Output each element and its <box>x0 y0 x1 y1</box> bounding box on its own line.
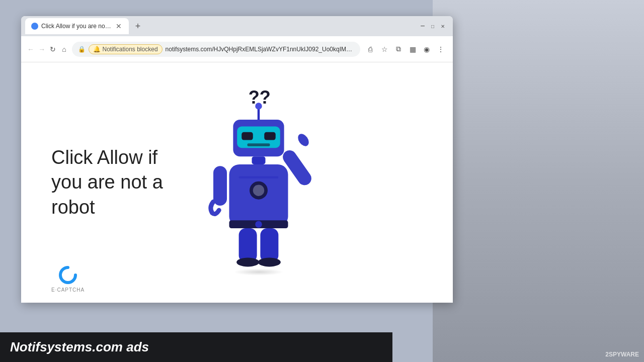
address-bar: ← → ↻ ⌂ 🔒 🔔 Notifications blocked notifs… <box>21 36 453 62</box>
ecaptcha-logo: E·CAPTCHA <box>51 265 85 293</box>
svg-rect-4 <box>247 143 270 146</box>
notifications-blocked-text: Notifications blocked <box>103 46 158 53</box>
menu-btn[interactable]: ⋮ <box>435 43 447 55</box>
bookmark-btn[interactable]: ☆ <box>378 43 390 55</box>
extensions-btn[interactable]: ⧉ <box>392 43 405 55</box>
main-message: Click Allow if you are not a robot <box>51 145 163 220</box>
maximize-btn[interactable]: □ <box>430 23 436 29</box>
title-bar: Click Allow if you are not a robot ✕ + −… <box>21 16 453 36</box>
new-tab-btn[interactable]: + <box>131 19 145 33</box>
svg-point-18 <box>236 258 259 267</box>
bottom-banner-text: Notifsystems.com ads <box>10 339 149 354</box>
question-marks: ?? <box>249 87 271 108</box>
robot-container: ?? <box>183 87 334 278</box>
browser-tab[interactable]: Click Allow if you are not a robot ✕ <box>25 18 129 34</box>
svg-rect-2 <box>242 132 253 140</box>
address-actions: ⎙ ☆ ⧉ ▦ ◉ ⋮ <box>364 43 447 55</box>
svg-rect-17 <box>238 228 257 262</box>
ecaptcha-icon <box>58 265 78 285</box>
tab-close-btn[interactable]: ✕ <box>115 22 123 30</box>
page-content: Click Allow if you are not a robot ?? <box>21 62 453 303</box>
svg-rect-3 <box>264 132 276 140</box>
svg-point-10 <box>253 185 265 196</box>
main-text-line2: you are not a <box>51 170 163 195</box>
svg-rect-7 <box>252 156 265 164</box>
bottom-banner: Notifsystems.com ads <box>0 332 392 362</box>
close-btn[interactable]: ✕ <box>440 23 446 29</box>
ecaptcha-label: E·CAPTCHA <box>51 287 85 293</box>
main-text-line3: robot <box>51 195 163 220</box>
share-btn[interactable]: ⎙ <box>364 43 376 55</box>
robot-illustration <box>203 97 314 278</box>
svg-rect-14 <box>213 166 227 206</box>
main-text-line1: Click Allow if <box>51 145 163 170</box>
bell-icon: 🔔 <box>93 46 101 53</box>
forward-btn[interactable]: → <box>38 43 45 55</box>
svg-point-13 <box>255 221 262 228</box>
url-text: notifsystems.com/HJvQHpjRxEMLSjaWZvYF1nn… <box>166 46 354 53</box>
tab-title: Click Allow if you are not a robot <box>41 23 112 30</box>
svg-rect-11 <box>238 176 278 179</box>
back-btn[interactable]: ← <box>27 43 34 55</box>
refresh-btn[interactable]: ↻ <box>49 43 56 55</box>
home-btn[interactable]: ⌂ <box>60 43 67 55</box>
notifications-blocked-badge: 🔔 Notifications blocked <box>89 44 163 54</box>
profile-btn[interactable]: ◉ <box>421 43 433 55</box>
address-field[interactable]: 🔒 🔔 Notifications blocked notifsystems.c… <box>72 42 361 57</box>
page-inner: Click Allow if you are not a robot ?? <box>21 62 453 303</box>
minimize-btn[interactable]: − <box>420 23 426 29</box>
browser-window: Click Allow if you are not a robot ✕ + −… <box>21 16 453 303</box>
lock-icon: 🔒 <box>78 46 86 53</box>
background-right <box>433 0 644 362</box>
watermark: 2SPYWARE <box>605 351 639 358</box>
svg-rect-19 <box>260 228 278 262</box>
robot-shadow <box>233 268 284 276</box>
sidebar-btn[interactable]: ▦ <box>407 43 419 55</box>
svg-point-16 <box>296 132 311 148</box>
tab-favicon <box>31 23 38 30</box>
svg-point-20 <box>258 258 281 267</box>
window-controls: − □ ✕ <box>420 23 449 29</box>
